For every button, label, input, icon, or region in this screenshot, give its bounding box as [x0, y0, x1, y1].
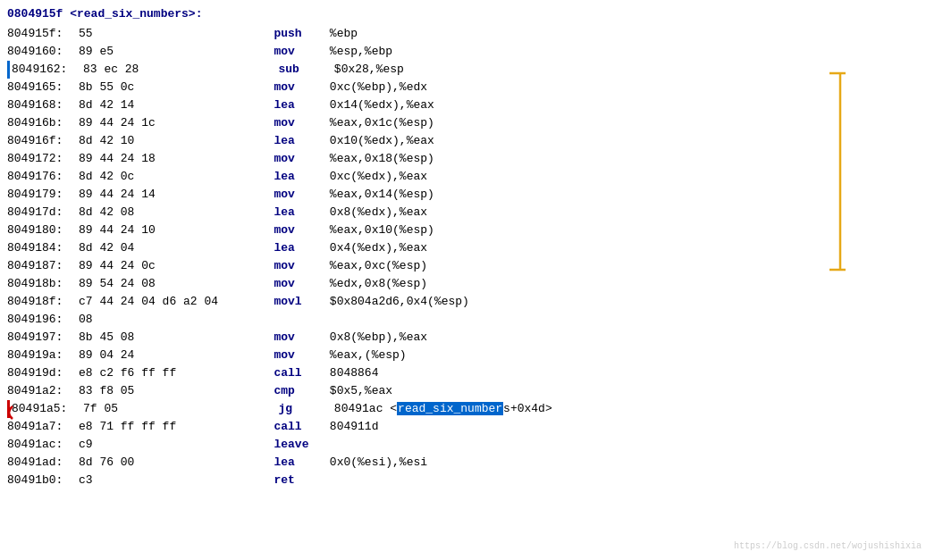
- code-line: 8049179:89 44 24 14 mov %eax,0x14(%esp): [7, 186, 919, 204]
- address: 80491ad:: [7, 454, 79, 472]
- code-line: 80491a5:7f 05 jg 80491ac <read_six_numbe…: [7, 400, 919, 418]
- code-line: 8049162:83 ec 28 sub $0x28,%esp: [7, 61, 919, 79]
- code-line: 804919a:89 04 24 mov %eax,(%esp): [7, 347, 919, 364]
- code-line: 80491ad:8d 76 00 lea 0x0(%esi),%esi: [7, 454, 919, 472]
- bytes: 89 04 24: [79, 347, 274, 364]
- bytes: 8d 42 08: [79, 204, 274, 221]
- operands: %edx,0x8(%esp): [330, 275, 427, 293]
- code-line: 80491b0:c3 ret: [7, 472, 919, 489]
- address: 804916b:: [7, 114, 79, 132]
- bytes: 83 ec 28: [83, 61, 278, 79]
- operands: %eax,0x1c(%esp): [330, 114, 434, 132]
- mnemonic: lea: [274, 168, 329, 186]
- bytes: c3: [79, 472, 274, 489]
- operands: 804911d: [330, 418, 385, 436]
- mnemonic: mov: [274, 257, 329, 275]
- mnemonic: call: [274, 364, 329, 382]
- bytes: 8d 42 0c: [79, 168, 274, 186]
- mnemonic: mov: [274, 275, 329, 293]
- operands: %eax,0xc(%esp): [330, 257, 427, 275]
- disassembly-view: 0804915f <read_six_numbers>: 804915f:55 …: [0, 0, 926, 560]
- bytes: 8d 42 10: [79, 132, 274, 150]
- code-line: 8049168:8d 42 14 lea 0x14(%edx),%eax: [7, 96, 919, 114]
- mnemonic: leave: [274, 436, 329, 454]
- operands: 80491ac <read_six_numbers+0x4d>: [334, 400, 552, 418]
- bytes: c9: [79, 436, 274, 454]
- bytes: 83 f8 05: [79, 382, 274, 400]
- operands: %eax,(%esp): [330, 347, 407, 364]
- code-line: 804919d:e8 c2 f6 ff ff call 8048864: [7, 364, 919, 382]
- address: 8049162:: [12, 61, 83, 79]
- mnemonic: sub: [278, 61, 333, 79]
- mnemonic: lea: [274, 132, 329, 150]
- operands: 0x14(%edx),%eax: [330, 96, 434, 114]
- address: 8049176:: [7, 168, 79, 186]
- operands: $0x28,%esp: [334, 61, 404, 79]
- bytes: 89 e5: [79, 43, 274, 61]
- address: 804918b:: [7, 275, 79, 293]
- bytes: 89 44 24 1c: [79, 114, 274, 132]
- bytes: c7 44 24 04 d6 a2 04: [79, 293, 274, 311]
- operands: %ebp: [330, 25, 358, 43]
- bytes: 55: [79, 25, 274, 43]
- operands: %eax,0x14(%esp): [330, 186, 434, 204]
- operands: $0x5,%eax: [330, 382, 392, 400]
- bytes: 8d 76 00: [79, 454, 274, 472]
- code-line: 804916b:89 44 24 1c mov %eax,0x1c(%esp): [7, 114, 919, 132]
- bytes: 8d 42 04: [79, 239, 274, 257]
- code-line: 8049180:89 44 24 10 mov %eax,0x10(%esp): [7, 221, 919, 239]
- operands: $0x804a2d6,0x4(%esp): [330, 293, 469, 311]
- mnemonic: mov: [274, 43, 329, 61]
- mnemonic: movl: [274, 293, 329, 311]
- bytes: 89 54 24 08: [79, 275, 274, 293]
- mnemonic: mov: [274, 150, 329, 168]
- operands: 0x8(%edx),%eax: [330, 204, 427, 221]
- mnemonic: mov: [274, 114, 329, 132]
- code-line: 8049196:08: [7, 311, 919, 329]
- bytes: e8 71 ff ff ff: [79, 418, 274, 436]
- operands: 8048864: [330, 364, 385, 382]
- code-line: 804918b:89 54 24 08 mov %edx,0x8(%esp): [7, 275, 919, 293]
- mnemonic: lea: [274, 96, 329, 114]
- mnemonic: call: [274, 418, 329, 436]
- address: 80491a5:: [12, 400, 83, 418]
- mnemonic: lea: [274, 454, 329, 472]
- code-line: 8049197:8b 45 08 mov 0x8(%ebp),%eax: [7, 329, 919, 347]
- mnemonic: mov: [274, 221, 329, 239]
- address: 804916f:: [7, 132, 79, 150]
- address: 8049197:: [7, 329, 79, 347]
- mnemonic: mov: [274, 329, 329, 347]
- code-line: 8049172:89 44 24 18 mov %eax,0x18(%esp): [7, 150, 919, 168]
- highlight-text: read_six_number: [397, 402, 503, 415]
- operands: %esp,%ebp: [330, 43, 392, 61]
- bytes: 89 44 24 18: [79, 150, 274, 168]
- mnemonic: [274, 311, 329, 329]
- bytes: e8 c2 f6 ff ff: [79, 364, 274, 382]
- operands: 0x0(%esi),%esi: [330, 454, 427, 472]
- address: 804918f:: [7, 293, 79, 311]
- mnemonic: mov: [274, 79, 329, 96]
- bytes: 89 44 24 14: [79, 186, 274, 204]
- code-line: 804915f:55 push %ebp: [7, 25, 919, 43]
- mnemonic: mov: [274, 347, 329, 364]
- code-line: 8049184:8d 42 04 lea 0x4(%edx),%eax: [7, 239, 919, 257]
- mnemonic: lea: [274, 239, 329, 257]
- code-line: 8049176:8d 42 0c lea 0xc(%edx),%eax: [7, 168, 919, 186]
- address: 80491b0:: [7, 472, 79, 489]
- code-line: 8049187:89 44 24 0c mov %eax,0xc(%esp): [7, 257, 919, 275]
- operands: %eax,0x10(%esp): [330, 221, 434, 239]
- bytes: 8b 45 08: [79, 329, 274, 347]
- address: 80491a7:: [7, 418, 79, 436]
- operands: 0x10(%edx),%eax: [330, 132, 434, 150]
- operands: 0x4(%edx),%eax: [330, 239, 427, 257]
- address: 804915f:: [7, 25, 79, 43]
- address: 8049165:: [7, 79, 79, 96]
- bytes: 08: [79, 311, 274, 329]
- bytes: 89 44 24 10: [79, 221, 274, 239]
- bytes: 8d 42 14: [79, 96, 274, 114]
- address: 80491ac:: [7, 436, 79, 454]
- address: 80491a2:: [7, 382, 79, 400]
- code-line: 804917d:8d 42 08 lea 0x8(%edx),%eax: [7, 204, 919, 221]
- bytes: 7f 05: [83, 400, 278, 418]
- code-line: 80491ac:c9 leave: [7, 436, 919, 454]
